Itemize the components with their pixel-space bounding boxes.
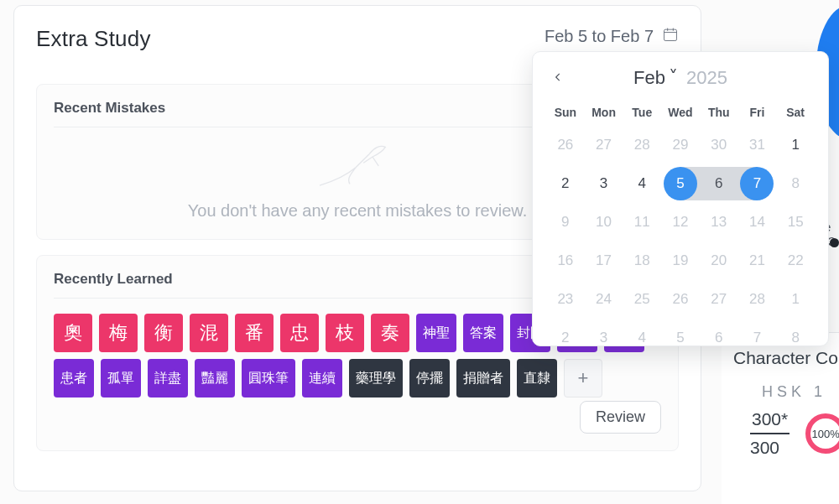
vocab-chip[interactable]: 枝: [326, 314, 364, 352]
calendar-day[interactable]: 28: [623, 126, 661, 164]
month-selector[interactable]: Feb˅: [633, 67, 678, 89]
calendar-day[interactable]: 18: [623, 242, 661, 280]
coverage-count-denominator: 300: [750, 434, 789, 458]
coverage-percent: 100%: [805, 413, 839, 455]
vocab-chip[interactable]: 神聖: [416, 314, 456, 352]
calendar-day[interactable]: 7: [738, 319, 777, 357]
review-button[interactable]: Review: [580, 401, 661, 434]
date-range-picker[interactable]: Feb 5 to Feb 7: [545, 26, 679, 47]
day-of-week-header: Thu: [700, 99, 738, 126]
calendar-day[interactable]: 6: [700, 319, 738, 357]
calendar-day[interactable]: 1: [776, 280, 815, 319]
calendar-day[interactable]: 8: [776, 319, 815, 357]
coverage-count-numerator: 300*: [750, 409, 789, 434]
vocab-chip[interactable]: 豔麗: [195, 359, 235, 397]
date-picker-popover: Feb˅ 2025 SunMonTueWedThuFriSat262728293…: [532, 51, 829, 346]
calendar-day[interactable]: 16: [546, 242, 585, 280]
calendar-day[interactable]: 28: [738, 280, 777, 319]
calendar-day[interactable]: 21: [738, 242, 777, 280]
calendar-day[interactable]: 27: [585, 126, 623, 164]
vocab-chip[interactable]: 停擺: [409, 359, 450, 397]
vocab-chip[interactable]: 藥理學: [349, 359, 403, 397]
calendar-day[interactable]: 3: [585, 164, 623, 203]
chevron-down-icon: ˅: [669, 67, 678, 89]
calendar-day[interactable]: 26: [546, 126, 585, 164]
empty-state-text: You don't have any recent mistakes to re…: [188, 201, 527, 221]
calendar-day[interactable]: 2: [546, 164, 585, 203]
calendar-day[interactable]: 5: [661, 164, 700, 203]
calendar-icon: [662, 26, 679, 47]
day-of-week-header: Wed: [661, 99, 700, 126]
vocab-chip[interactable]: 捐贈者: [456, 359, 510, 397]
calendar-day[interactable]: 12: [661, 203, 700, 242]
character-coverage-card: Character Co HSK 1 300* 300 100%: [722, 333, 839, 504]
calendar-day[interactable]: 8: [776, 164, 815, 203]
calendar-day[interactable]: 25: [623, 280, 661, 319]
coverage-ring: 100%: [805, 413, 839, 455]
calendar-day[interactable]: 13: [700, 203, 738, 242]
vocab-chip[interactable]: 梅: [99, 314, 138, 352]
year-label: 2025: [686, 67, 727, 89]
calendar-day[interactable]: 29: [661, 126, 700, 164]
add-chip-button[interactable]: +: [564, 359, 602, 397]
vocab-chip[interactable]: 詳盡: [148, 359, 188, 397]
day-of-week-header: Mon: [585, 99, 623, 126]
calendar-day[interactable]: 6: [700, 164, 738, 203]
calendar-day[interactable]: 26: [661, 280, 700, 319]
calendar-day[interactable]: 27: [700, 280, 738, 319]
calendar-day[interactable]: 24: [585, 280, 623, 319]
calendar-day[interactable]: 15: [776, 203, 815, 242]
day-of-week-header: Sun: [546, 99, 585, 126]
svg-rect-0: [664, 29, 677, 40]
calendar-day[interactable]: 17: [585, 242, 623, 280]
calendar-day[interactable]: 23: [546, 280, 585, 319]
calendar-day[interactable]: 2: [546, 319, 585, 357]
day-of-week-header: Fri: [738, 99, 777, 126]
calendar-day[interactable]: 19: [661, 242, 700, 280]
vocab-chip[interactable]: 奏: [371, 314, 409, 352]
hsk-label: HSK 1: [762, 383, 839, 401]
day-of-week-header: Tue: [623, 99, 661, 126]
vocab-chip[interactable]: 答案: [463, 314, 503, 352]
empty-illustration-icon: [311, 134, 404, 198]
calendar-day[interactable]: 20: [700, 242, 738, 280]
vocab-chip[interactable]: 混: [190, 314, 228, 352]
calendar-day[interactable]: 4: [623, 164, 661, 203]
calendar-day[interactable]: 14: [738, 203, 777, 242]
vocab-chip[interactable]: 忠: [280, 314, 319, 352]
toggle-dot-icon[interactable]: [830, 238, 839, 247]
calendar-day[interactable]: 30: [700, 126, 738, 164]
calendar-day[interactable]: 22: [776, 242, 815, 280]
prev-month-button[interactable]: [548, 67, 568, 87]
calendar-day[interactable]: 5: [661, 319, 700, 357]
calendar-day[interactable]: 3: [585, 319, 623, 357]
vocab-chip[interactable]: 奧: [54, 314, 92, 352]
calendar-day[interactable]: 10: [585, 203, 623, 242]
calendar-day[interactable]: 11: [623, 203, 661, 242]
calendar-day[interactable]: 31: [738, 126, 777, 164]
calendar-day[interactable]: 9: [546, 203, 585, 242]
vocab-chip[interactable]: 直隸: [517, 359, 557, 397]
vocab-chip[interactable]: 連續: [302, 359, 342, 397]
page-title: Extra Study: [36, 26, 151, 52]
calendar-day[interactable]: 7: [738, 164, 777, 203]
calendar-day[interactable]: 1: [776, 126, 815, 164]
vocab-chip[interactable]: 衡: [144, 314, 183, 352]
date-range-text: Feb 5 to Feb 7: [545, 27, 654, 46]
vocab-chip[interactable]: 孤單: [101, 359, 141, 397]
vocab-chip[interactable]: 患者: [54, 359, 94, 397]
vocab-chip[interactable]: 番: [235, 314, 274, 352]
calendar-day[interactable]: 4: [623, 319, 661, 357]
day-of-week-header: Sat: [776, 99, 815, 126]
vocab-chip[interactable]: 圓珠筆: [242, 359, 295, 397]
